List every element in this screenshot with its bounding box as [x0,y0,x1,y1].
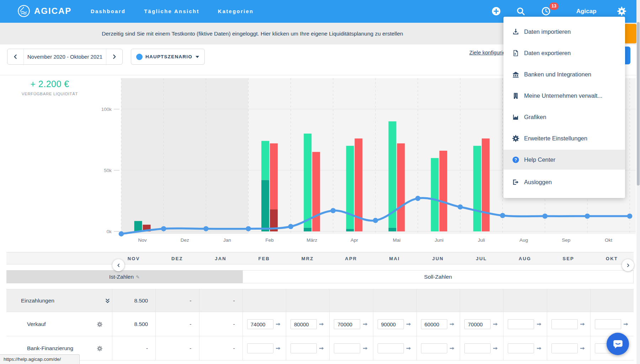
soll-input-cell[interactable] [421,319,447,329]
table-row-verkauf: Verkauf8.500-- [6,312,634,336]
apply-value-arrow-icon[interactable] [580,346,585,351]
chart-month-label: Feb [265,237,273,243]
collapse-double-chevron-icon[interactable] [105,298,111,304]
search-icon[interactable] [516,6,526,16]
menu-item-label: Erweiterte Einstellungen [524,135,587,142]
apply-value-arrow-icon[interactable] [492,321,498,327]
add-icon[interactable] [491,6,501,16]
cell-divider [460,336,460,360]
cell-divider [590,336,591,360]
settings-dropdown-menu: Daten importierenDaten exportierenBanken… [503,17,625,198]
liquidity-label: VERFÜGBARE LIQUIDITÄT [20,92,80,96]
soll-input-cell[interactable] [551,319,578,329]
row-label[interactable]: Verkauf [27,312,46,336]
month-column-aug: AUG [503,252,546,265]
nav-link-dashboard[interactable]: Dashboard [91,9,126,14]
scroll-months-left-button[interactable] [112,259,124,271]
apply-value-arrow-icon[interactable] [275,346,281,351]
soll-input-cell[interactable] [378,343,404,353]
apply-value-arrow-icon[interactable] [406,346,411,351]
apply-value-arrow-icon[interactable] [449,346,455,351]
soll-input-cell[interactable] [334,319,360,329]
apply-value-arrow-icon[interactable] [406,321,411,327]
agicap-logo[interactable]: AGICAP [17,4,71,18]
soll-input-cell[interactable] [290,319,317,329]
banner-text[interactable]: Derzeitig sind Sie mit einem Testkonto (… [0,23,505,44]
apply-value-arrow-icon[interactable] [580,321,585,327]
next-period-button[interactable] [106,49,122,64]
cell-divider [416,312,417,336]
chevron-right-icon [626,263,630,268]
soll-input-cell[interactable] [595,319,621,329]
menu-item-banken-und-integrationen[interactable]: Banken und Integrationen [503,64,625,84]
cell-divider [286,289,286,312]
cell-divider [547,312,547,336]
cell-divider [503,336,503,360]
apply-value-arrow-icon[interactable] [362,346,368,351]
menu-item-meine-unternehmen-verwalt[interactable]: Meine Unternehmen verwalt... [503,86,625,106]
date-range-label[interactable]: November 2020 - Oktober 2021 [24,49,106,64]
cell-divider [503,312,503,336]
ist-zahlen-header[interactable]: Ist-Zahlen✎ [6,270,242,283]
apply-value-arrow-icon[interactable] [449,321,455,327]
nav-link-kategorien[interactable]: Kategorien [218,9,254,14]
apply-value-arrow-icon[interactable] [536,321,542,327]
svg-text:50k: 50k [104,168,112,173]
chart-month-label: Jan [223,237,231,243]
row-settings-gear-icon[interactable] [97,321,103,327]
menu-item-help-center[interactable]: Help Center [503,150,625,170]
apply-value-arrow-icon[interactable] [275,321,281,327]
apply-value-arrow-icon[interactable] [362,321,368,327]
apply-value-arrow-icon[interactable] [536,346,542,351]
soll-input-cell[interactable] [508,343,534,353]
chat-launcher-button[interactable] [607,333,629,355]
previous-period-button[interactable] [7,49,24,64]
soll-input-cell[interactable] [247,319,273,329]
date-range-selector: November 2020 - Oktober 2021 [7,49,123,65]
apply-value-arrow-icon[interactable] [319,321,324,327]
category-label[interactable]: Einzahlungen [21,289,54,312]
ist-value-cell: - [155,289,191,312]
row-settings-gear-icon[interactable] [97,346,103,352]
banner-cta-button[interactable] [624,24,637,43]
scenario-selector[interactable]: HAUPTSZENARIO [131,49,205,65]
bar-einzahlungen-apr [346,146,354,229]
month-column-jan: JAN [199,252,242,265]
cell-divider [590,289,591,312]
soll-input-cell[interactable] [378,319,404,329]
bar-auszahlungen-juli [482,139,490,231]
soll-input-cell[interactable] [247,343,273,353]
apply-value-arrow-icon[interactable] [623,321,629,327]
menu-item-daten-exportieren[interactable]: Daten exportieren [503,43,625,63]
svg-text:100k: 100k [101,107,112,112]
scroll-months-right-button[interactable] [622,259,634,271]
menu-item-erweiterte-einstellungen[interactable]: Erweiterte Einstellungen [503,128,625,148]
apply-value-arrow-icon[interactable] [492,346,498,351]
gear-icon[interactable] [617,6,626,16]
soll-input-cell[interactable] [464,343,491,353]
notifications-clock-icon[interactable] [541,6,551,16]
menu-item-daten-importieren[interactable]: Daten importieren [503,22,625,42]
notification-badge: 13 [549,2,559,10]
chart-month-label: Okt [605,237,612,243]
scrollbar-thumb[interactable] [637,22,640,186]
month-column-dez: DEZ [155,252,199,265]
chevron-down-icon [195,55,199,58]
soll-input-cell[interactable] [551,343,578,353]
soll-input-cell[interactable] [334,343,360,353]
menu-item-grafiken[interactable]: Grafiken [503,107,625,127]
chart-month-label: Dez [181,237,189,243]
bar-auszahlungen-juni [439,151,447,231]
cell-divider [503,289,503,312]
apply-value-arrow-icon[interactable] [319,346,324,351]
bar-einzahlungen-märz [304,134,311,228]
soll-input-cell[interactable] [508,319,534,329]
menu-item-label: Daten exportieren [524,50,571,57]
soll-input-cell[interactable] [464,319,491,329]
nav-link-t-gliche-ansicht[interactable]: Tägliche Ansicht [144,9,199,14]
soll-input-cell[interactable] [421,343,447,353]
file-excel-icon [512,49,519,57]
chart-month-label: Nov [138,237,147,243]
soll-input-cell[interactable] [290,343,317,353]
menu-item-ausloggen[interactable]: Ausloggen [503,172,625,192]
